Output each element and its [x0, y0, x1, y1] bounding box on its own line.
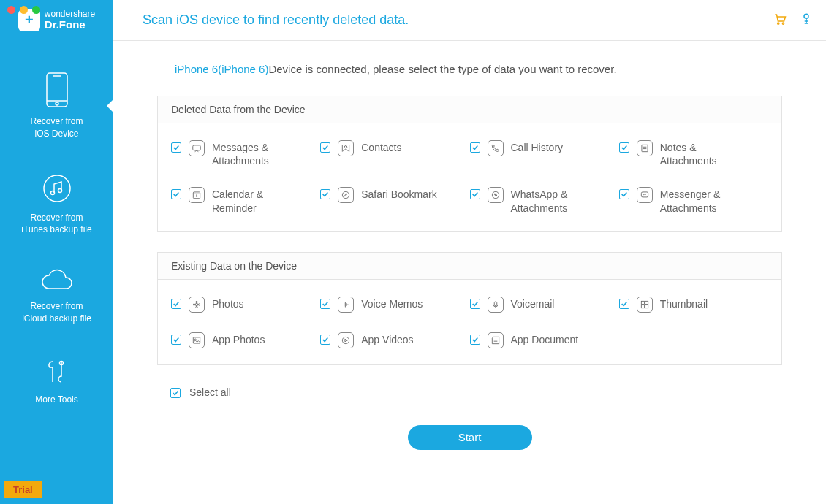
music-disc-icon — [41, 172, 73, 205]
checkbox-app-videos[interactable] — [320, 335, 330, 345]
close-window-button[interactable] — [7, 6, 15, 14]
cloud-icon — [39, 268, 75, 293]
svg-point-2 — [804, 14, 808, 18]
checkbox-contacts[interactable] — [320, 142, 330, 153]
calendar-reminder-icon: 6 — [189, 187, 205, 203]
sidebar-item-label: iTunes backup file — [21, 224, 91, 234]
sidebar-item-label: More Tools — [35, 394, 77, 405]
checkbox-messages-attachments[interactable] — [171, 142, 181, 153]
call-history-icon — [488, 140, 504, 156]
checkbox-safari-bookmark[interactable] — [320, 189, 330, 199]
datatype-label: Call History — [511, 141, 564, 154]
brand-name: Dr.Fone — [45, 19, 95, 31]
svg-point-12 — [345, 146, 348, 149]
datatype-calendar-reminder: 6Calendar & Reminder — [171, 180, 320, 227]
checkbox-call-history[interactable] — [470, 142, 480, 153]
datatype-notes-attachments: Notes & Attachments — [619, 134, 768, 180]
start-button[interactable]: Start — [408, 425, 532, 450]
cart-icon[interactable] — [773, 12, 787, 28]
brand-top: wondershare — [45, 9, 95, 19]
sidebar-item-ios-device[interactable]: Recover fromiOS Device — [0, 56, 113, 156]
messenger-attachments-icon — [637, 187, 653, 203]
datatype-thumbnail: Thumbnail — [619, 290, 768, 326]
sidebar-item-more-tools[interactable]: More Tools — [0, 341, 113, 422]
datatype-label: App Photos — [212, 333, 265, 346]
device-status: iPhone 6(iPhone 6)Device is connected, p… — [175, 63, 782, 75]
datatype-voice-memos: Voice Memos — [320, 290, 469, 326]
svg-rect-32 — [494, 302, 497, 306]
app-photos-icon — [189, 332, 205, 348]
checkbox-app-photos[interactable] — [171, 335, 181, 345]
datatype-safari-bookmark: Safari Bookmark — [320, 180, 469, 227]
sidebar-item-icloud[interactable]: Recover fromiCloud backup file — [0, 252, 113, 341]
datatype-label: Calendar & Reminder — [212, 188, 292, 214]
svg-point-0 — [778, 23, 779, 24]
notes-attachments-icon — [637, 140, 653, 156]
datatype-label: Safari Bookmark — [361, 188, 436, 201]
svg-rect-11 — [193, 145, 201, 150]
device-msg-text: Device is connected, please select the t… — [268, 63, 616, 75]
section-existing: Existing Data on the Device PhotosVoice … — [157, 252, 782, 365]
sidebar-item-label: iCloud backup file — [22, 313, 91, 324]
datatype-contacts: Contacts — [320, 134, 469, 180]
device-name-text: iPhone 6(iPhone 6) — [175, 63, 268, 75]
svg-rect-13 — [642, 145, 648, 151]
svg-rect-36 — [645, 305, 648, 308]
maximize-window-button[interactable] — [32, 6, 40, 14]
datatype-label: Messenger & Attachments — [660, 188, 740, 214]
datatype-label: Contacts — [361, 141, 401, 154]
datatype-whatsapp-attachments: WhatsApp & Attachments — [470, 180, 619, 227]
svg-point-25 — [196, 306, 197, 308]
checkbox-voice-memos[interactable] — [320, 299, 330, 309]
sidebar: Recover fromiOS Device Recover fromiTune… — [0, 41, 113, 504]
svg-point-7 — [44, 175, 70, 202]
voice-memos-icon — [338, 297, 354, 313]
checkbox-app-document[interactable] — [470, 335, 480, 345]
datatype-label: Voice Memos — [361, 297, 423, 310]
svg-rect-33 — [641, 301, 644, 304]
app-document-icon — [488, 332, 504, 348]
datatype-label: Photos — [212, 297, 244, 310]
datatype-app-videos: App Videos — [320, 326, 469, 362]
minimize-window-button[interactable] — [20, 6, 28, 14]
window-controls — [7, 6, 40, 14]
safari-bookmark-icon — [338, 187, 354, 203]
sidebar-item-label: Recover from — [30, 213, 83, 223]
sidebar-item-label: Recover from — [30, 301, 83, 311]
checkbox-whatsapp-attachments[interactable] — [470, 189, 480, 199]
phone-icon — [45, 72, 69, 108]
datatype-messages-attachments: Messages & Attachments — [171, 134, 320, 180]
datatype-label: Voicemail — [511, 297, 555, 310]
svg-point-5 — [56, 102, 58, 105]
checkbox-photos[interactable] — [171, 299, 181, 309]
sidebar-item-label: iOS Device — [34, 129, 78, 139]
messages-attachments-icon — [189, 140, 205, 156]
svg-point-22 — [195, 303, 198, 306]
svg-point-8 — [50, 191, 54, 194]
main-content: iPhone 6(iPhone 6)Device is connected, p… — [113, 41, 826, 504]
tools-icon — [42, 357, 72, 386]
checkbox-voicemail[interactable] — [470, 299, 480, 309]
trial-badge: Trial — [4, 481, 42, 498]
datatype-label: Notes & Attachments — [660, 141, 740, 167]
svg-text:6: 6 — [196, 194, 198, 198]
select-all-row: Select all — [170, 386, 782, 399]
svg-rect-3 — [47, 73, 67, 107]
datatype-photos: Photos — [171, 290, 320, 326]
datatype-label: WhatsApp & Attachments — [511, 188, 591, 214]
key-icon[interactable] — [800, 12, 813, 28]
datatype-label: App Document — [511, 333, 579, 346]
section-existing-title: Existing Data on the Device — [158, 253, 781, 280]
select-all-checkbox[interactable] — [170, 388, 181, 398]
svg-point-1 — [782, 23, 784, 24]
thumbnail-icon — [637, 297, 653, 313]
sidebar-item-itunes[interactable]: Recover fromiTunes backup file — [0, 156, 113, 253]
checkbox-thumbnail[interactable] — [619, 299, 629, 309]
svg-point-26 — [193, 304, 194, 305]
select-all-label: Select all — [189, 386, 231, 399]
svg-point-9 — [58, 188, 61, 192]
checkbox-calendar-reminder[interactable] — [171, 189, 181, 199]
checkbox-messenger-attachments[interactable] — [619, 189, 629, 199]
checkbox-notes-attachments[interactable] — [619, 142, 629, 153]
page-title: Scan iOS device to find recently deleted… — [143, 12, 773, 28]
